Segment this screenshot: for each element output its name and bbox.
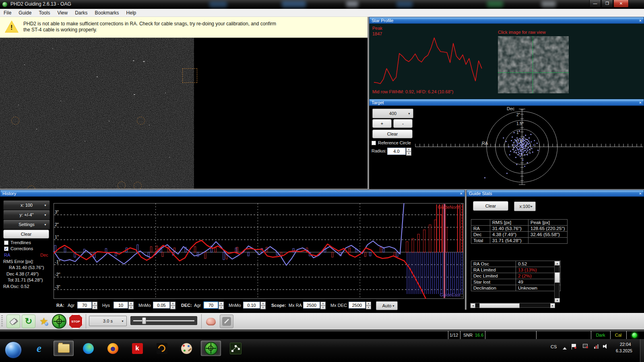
mode-select[interactable]: Auto▼	[376, 301, 398, 310]
target-zoom-select[interactable]: 400▼	[372, 109, 413, 118]
taskbar-internet-explorer[interactable]: e	[29, 341, 49, 356]
auto-select-star-button[interactable]: ★	[37, 315, 51, 328]
hysteresis-spinner[interactable]: ▲▼	[128, 302, 134, 309]
clock-date[interactable]: 6.3.2025	[616, 348, 632, 353]
taskbar-edge[interactable]	[78, 341, 98, 356]
ra-aggression-spinner[interactable]: ▲▼	[92, 302, 97, 309]
minimize-button[interactable]: —	[589, 0, 601, 8]
close-button[interactable]: ✕	[613, 0, 629, 8]
scroll-up-icon[interactable]: ▲	[555, 261, 560, 265]
guide-camera-view[interactable]	[0, 38, 367, 189]
spinner-up-icon[interactable]: ▲	[320, 302, 326, 306]
dec-minmove-input[interactable]	[243, 302, 260, 309]
target-clear-button[interactable]: Clear	[372, 130, 413, 138]
taskbar-phd2[interactable]	[201, 341, 221, 356]
slider-thumb[interactable]	[142, 317, 146, 324]
stop-button[interactable]: STOP	[68, 314, 83, 329]
volume-icon[interactable]	[603, 344, 609, 349]
show-desktop-button[interactable]	[640, 339, 644, 362]
spinner-down-icon[interactable]: ▼	[406, 152, 411, 156]
toolbar-grip[interactable]	[1, 315, 3, 327]
scroll-down-icon[interactable]: ▼	[555, 298, 560, 302]
menu-file[interactable]: File	[0, 9, 15, 17]
taskbar-paint-app[interactable]	[176, 341, 196, 356]
dec-minmove-spinner[interactable]: ▲▼	[260, 302, 266, 309]
radius-input[interactable]	[387, 148, 406, 155]
dec-aggression-spinner[interactable]: ▲▼	[219, 302, 224, 309]
menu-bookmarks[interactable]: Bookmarks	[91, 9, 123, 17]
taskbar-app-k[interactable]: k	[127, 341, 147, 356]
hidden-icons-arrow[interactable]	[563, 347, 567, 350]
stats-clear-button[interactable]: Clear	[473, 201, 508, 211]
history-settings-select[interactable]: Settings▼	[3, 220, 50, 229]
menu-darks[interactable]: Darks	[71, 9, 91, 17]
close-pane-icon[interactable]: ×	[639, 190, 642, 197]
update-tray-icon[interactable]	[583, 344, 588, 349]
gamma-slider[interactable]	[130, 316, 197, 325]
history-header[interactable]: History ×	[0, 190, 465, 197]
raw-star-image[interactable]	[498, 36, 569, 93]
scroll-left-icon[interactable]: ◄	[471, 303, 475, 308]
start-guiding-button[interactable]	[52, 314, 67, 329]
trendlines-checkbox[interactable]: ✔	[4, 241, 8, 245]
exposure-select[interactable]: 3.0 s▼	[89, 316, 127, 326]
keyboard-layout[interactable]: CS	[551, 344, 557, 349]
scroll-thumb[interactable]	[479, 303, 520, 308]
spinner-down-icon[interactable]: ▼	[366, 306, 371, 310]
spinner-up-icon[interactable]: ▲	[366, 302, 371, 306]
menu-guide[interactable]: Guide	[15, 9, 35, 17]
hysteresis-input[interactable]	[114, 302, 128, 309]
loop-exposures-button[interactable]: ↻	[22, 315, 35, 328]
spinner-down-icon[interactable]: ▼	[128, 306, 134, 310]
scroll-thumb[interactable]	[555, 272, 560, 283]
zoom-in-button[interactable]: +	[372, 119, 392, 128]
spinner-down-icon[interactable]: ▼	[320, 306, 326, 310]
spinner-down-icon[interactable]: ▼	[170, 306, 175, 310]
menu-help[interactable]: Help	[123, 9, 140, 17]
ra-minmove-spinner[interactable]: ▲▼	[170, 302, 175, 309]
spinner-down-icon[interactable]: ▼	[92, 306, 97, 310]
clock-time[interactable]: 22:04	[620, 342, 631, 347]
menu-view[interactable]: View	[54, 9, 71, 17]
perf-monitor-icon[interactable]	[594, 344, 599, 349]
spinner-up-icon[interactable]: ▲	[170, 302, 175, 306]
stats-scale-select[interactable]: x:100▼	[514, 202, 536, 211]
spinner-down-icon[interactable]: ▼	[260, 306, 266, 310]
action-center-flag-icon[interactable]	[572, 344, 577, 349]
corrections-checkbox[interactable]: ✔	[4, 247, 8, 251]
history-yscale-select[interactable]: y: +/-4''▼	[3, 210, 50, 220]
guide-stats-header[interactable]: Guide Stats ×	[466, 190, 644, 197]
history-xscale-select[interactable]: x: 100▼	[3, 200, 50, 210]
spinner-up-icon[interactable]: ▲	[406, 148, 411, 152]
reference-circle-checkbox[interactable]: ✔	[372, 141, 376, 145]
max-ra-input[interactable]	[303, 302, 320, 309]
spinner-up-icon[interactable]: ▲	[128, 302, 134, 306]
dec-aggression-input[interactable]	[204, 302, 218, 309]
spinner-up-icon[interactable]: ▲	[219, 302, 224, 306]
taskbar-file-explorer[interactable]	[54, 341, 74, 356]
spinner-down-icon[interactable]: ▼	[219, 306, 224, 310]
spinner-up-icon[interactable]: ▲	[92, 302, 97, 306]
stats-hscrollbar[interactable]: ◄ ►	[470, 303, 555, 308]
ra-minmove-input[interactable]	[153, 302, 170, 309]
max-ra-spinner[interactable]: ▲▼	[320, 302, 326, 309]
close-pane-icon[interactable]: ×	[639, 17, 642, 24]
scroll-right-icon[interactable]: ►	[550, 303, 555, 308]
connect-equipment-button[interactable]	[6, 315, 20, 328]
max-dec-spinner[interactable]: ▲▼	[366, 302, 371, 309]
max-dec-input[interactable]	[349, 302, 365, 309]
taskbar-firefox[interactable]	[103, 341, 123, 356]
spinner-up-icon[interactable]: ▲	[260, 302, 266, 306]
star-profile-header[interactable]: Star Profile ×	[369, 17, 644, 24]
camera-settings-button[interactable]	[220, 315, 233, 328]
taskbar-app-curve[interactable]	[152, 341, 172, 356]
stats-vscrollbar[interactable]: ▲ ▼	[554, 261, 559, 302]
maximize-button[interactable]: ❐	[601, 0, 613, 8]
menu-tools[interactable]: Tools	[35, 9, 54, 17]
ra-aggression-input[interactable]	[77, 302, 92, 309]
radius-spinner[interactable]: ▲▼	[406, 148, 411, 156]
advanced-settings-button[interactable]	[204, 315, 217, 328]
taskbar-app-graph[interactable]	[225, 341, 246, 356]
zoom-out-button[interactable]: -	[393, 119, 413, 128]
close-pane-icon[interactable]: ×	[460, 190, 462, 197]
